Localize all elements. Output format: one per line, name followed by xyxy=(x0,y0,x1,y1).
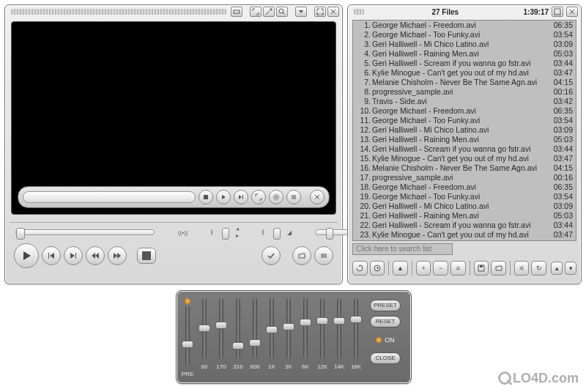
video-area[interactable] xyxy=(11,21,336,215)
playlist-item[interactable]: 21.Geri Halliwell - Raining Men.avi05:03 xyxy=(353,211,576,221)
zoom-button[interactable] xyxy=(276,7,288,17)
titlebar-grip[interactable] xyxy=(11,9,226,15)
eq-slider[interactable] xyxy=(320,298,324,358)
playlist-item[interactable]: 22.Geri Halliwell - Scream if you wanna … xyxy=(353,221,576,230)
eq-slider[interactable] xyxy=(303,298,308,358)
eq-knob[interactable] xyxy=(316,317,328,325)
eq-knob[interactable] xyxy=(300,319,311,326)
playlist-close-button[interactable] xyxy=(566,7,578,17)
osd-stop-button[interactable] xyxy=(199,190,213,204)
check-button[interactable] xyxy=(262,246,281,265)
osd-close-button[interactable] xyxy=(310,190,324,204)
eq-slider[interactable] xyxy=(286,298,291,358)
pl-add-button[interactable]: + xyxy=(416,261,431,275)
playlist-item[interactable]: 20.Geri Halliwell - Mi Chico Latino.avi0… xyxy=(353,201,576,211)
playlist-item[interactable]: 19.George Michael - Too Funky.avi03:54 xyxy=(353,192,576,201)
eq-close-button[interactable]: CLOSE xyxy=(370,352,401,364)
playlist-item[interactable]: 23.Kylie Minogue - Can't get you out of … xyxy=(353,230,576,240)
playlist-item[interactable]: 15.Kylie Minogue - Can't get you out of … xyxy=(353,154,576,163)
pl-list-button[interactable]: ≡ xyxy=(450,261,466,275)
playlist-item[interactable]: 3.Geri Halliwell - Mi Chico Latino.avi03… xyxy=(353,40,576,49)
next-track-button[interactable] xyxy=(64,246,83,265)
close-button[interactable] xyxy=(327,7,339,17)
eq-slider[interactable] xyxy=(270,298,274,358)
item-duration: 03:44 xyxy=(545,59,573,68)
osd-next-button[interactable] xyxy=(234,190,248,204)
eq-knob[interactable] xyxy=(232,342,244,350)
pl-up-button[interactable]: ▲ xyxy=(393,261,408,275)
eq-slider[interactable] xyxy=(185,306,190,366)
eq-knob[interactable] xyxy=(182,341,193,348)
osd-play-button[interactable] xyxy=(216,190,231,204)
playlist-item[interactable]: 7.Melanie Chisholm - Never Be The Same A… xyxy=(353,78,576,87)
titlebar-grip[interactable] xyxy=(354,9,364,15)
eq-slider[interactable] xyxy=(236,298,240,358)
playlist-item[interactable]: 8.progressive_sample.avi00:16 xyxy=(353,87,576,97)
eq-knob[interactable] xyxy=(215,322,227,329)
eq-slider[interactable] xyxy=(253,298,257,358)
fullscreen-button[interactable] xyxy=(314,7,326,17)
playlist-item[interactable]: 5.Geri Halliwell - Scream if you wanna g… xyxy=(353,59,576,68)
pl-shuffle-button[interactable]: ⤭ xyxy=(514,261,530,275)
actual-size-button[interactable] xyxy=(263,7,275,17)
volume-slider[interactable] xyxy=(315,229,350,235)
eq-knob[interactable] xyxy=(333,317,345,325)
playlist-item[interactable]: 1.George Michael - Freedom.avi06:35 xyxy=(353,21,576,30)
playlist-item[interactable]: 10.George Michael - Freedom.avi06:35 xyxy=(353,106,576,116)
eq-on-toggle[interactable]: ON xyxy=(376,336,395,344)
playlist-item[interactable]: 17.progressive_sample.avi00:16 xyxy=(353,173,576,182)
open-button[interactable] xyxy=(292,246,311,265)
fastforward-button[interactable] xyxy=(108,246,127,265)
playlist-item[interactable]: 6.Kylie Minogue - Can't get you out of m… xyxy=(353,68,576,78)
playlist-search-input[interactable] xyxy=(352,243,453,255)
playlist-maximize-button[interactable] xyxy=(552,7,563,17)
playlist-item[interactable]: 11.George Michael - Too Funky.avi03:54 xyxy=(353,116,576,125)
seek-slider[interactable] xyxy=(15,229,155,235)
playlist-item[interactable]: 13.Geri Halliwell - Raining Men.avi05:03 xyxy=(353,135,576,144)
balance-slider[interactable] xyxy=(262,229,264,235)
eq-knob[interactable] xyxy=(266,326,278,333)
eq-reset-button[interactable]: RESET xyxy=(370,316,401,328)
pl-repeat-button[interactable]: ↻ xyxy=(531,261,546,275)
playlist-item[interactable]: 9.Travis - Side.avi03:42 xyxy=(353,97,576,106)
eq-slider[interactable] xyxy=(354,298,358,358)
play-button[interactable] xyxy=(14,243,39,268)
eq-band-label: 3K xyxy=(285,364,292,370)
osd-fullscreen-button[interactable] xyxy=(251,190,266,204)
eq-knob[interactable] xyxy=(199,325,210,332)
eq-knob[interactable] xyxy=(283,323,294,330)
pl-save-button[interactable] xyxy=(474,261,489,275)
playlist-item[interactable]: 16.Melanie Chisholm - Never Be The Same … xyxy=(353,163,576,173)
minimize-button[interactable] xyxy=(295,7,307,17)
pl-remove-button[interactable]: − xyxy=(433,261,448,275)
options-button[interactable] xyxy=(314,246,333,265)
pl-load-button[interactable] xyxy=(491,261,506,275)
eq-knob[interactable] xyxy=(350,316,362,323)
eq-slider[interactable] xyxy=(219,298,223,358)
eq-slider[interactable] xyxy=(337,298,341,358)
osd-seek[interactable] xyxy=(23,191,196,203)
prev-track-button[interactable] xyxy=(42,246,61,265)
compact-mode-button[interactable] xyxy=(231,7,242,17)
speed-slider[interactable] xyxy=(211,229,212,235)
playlist-body[interactable]: 1.George Michael - Freedom.avi06:352.Geo… xyxy=(352,20,576,241)
stop-button[interactable] xyxy=(137,248,156,264)
pl-refresh-button[interactable] xyxy=(352,261,368,275)
pl-sort-desc-button[interactable]: ▾ xyxy=(565,262,576,275)
playlist-item[interactable]: 14.Geri Halliwell - Scream if you wanna … xyxy=(353,144,576,154)
player-window: ((•)) ◂ ▸ ◢ xyxy=(4,4,343,284)
eq-knob[interactable] xyxy=(249,339,261,347)
pl-sort-asc-button[interactable]: ▴ xyxy=(551,262,563,275)
rewind-button[interactable] xyxy=(86,246,105,265)
playlist-titlebar[interactable]: 27 Files 1:39:17 xyxy=(348,5,581,18)
playlist-item[interactable]: 2.George Michael - Too Funky.avi03:54 xyxy=(353,30,576,40)
eq-slider[interactable] xyxy=(202,298,207,358)
playlist-item[interactable]: 4.Geri Halliwell - Raining Men.avi05:03 xyxy=(353,49,576,59)
eq-preset-button[interactable]: PRESET xyxy=(370,300,401,311)
playlist-item[interactable]: 18.George Michael - Freedom.avi06:35 xyxy=(353,182,576,192)
osd-settings-button[interactable] xyxy=(269,190,283,204)
playlist-item[interactable]: 12.Geri Halliwell - Mi Chico Latino.avi0… xyxy=(353,125,576,135)
osd-playlist-button[interactable] xyxy=(286,190,301,204)
fit-button[interactable] xyxy=(250,7,262,17)
pl-clock-button[interactable] xyxy=(370,261,385,275)
